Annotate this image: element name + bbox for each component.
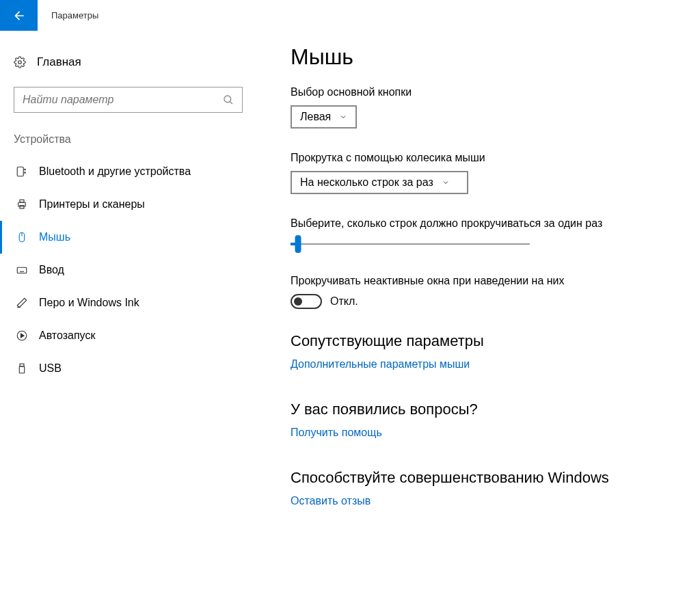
sidebar-item-pen[interactable]: Перо и Windows Ink	[0, 286, 256, 319]
sidebar-category: Устройства	[14, 133, 243, 146]
usb-icon	[16, 362, 39, 375]
toggle-state-label: Откл.	[330, 295, 358, 308]
back-arrow-icon	[12, 9, 26, 23]
slider-thumb[interactable]	[295, 235, 301, 253]
sidebar-item-usb[interactable]: USB	[0, 352, 256, 385]
feedback-link[interactable]: Оставить отзыв	[291, 495, 371, 507]
sidebar-item-label: Мышь	[39, 231, 70, 243]
chevron-down-icon	[442, 178, 450, 187]
sidebar: Главная Устройства Bluetooth и другие ус…	[0, 31, 256, 592]
svg-rect-8	[20, 206, 24, 209]
chevron-down-icon	[339, 113, 347, 121]
svg-marker-17	[21, 334, 25, 338]
sidebar-item-bluetooth[interactable]: Bluetooth и другие устройства	[0, 155, 256, 188]
window-title: Параметры	[51, 10, 98, 21]
gear-icon	[14, 56, 37, 68]
svg-rect-3	[17, 167, 23, 176]
sidebar-item-printers[interactable]: Принтеры и сканеры	[0, 188, 256, 221]
scroll-mode-label: Прокрутка с помощью колесика мыши	[291, 152, 673, 164]
sidebar-item-typing[interactable]: Ввод	[0, 254, 256, 286]
additional-mouse-options-link[interactable]: Дополнительные параметры мыши	[291, 358, 470, 371]
page-title: Мышь	[291, 44, 673, 70]
primary-button-value: Левая	[300, 111, 331, 123]
printer-icon	[16, 198, 39, 211]
autoplay-icon	[16, 329, 39, 342]
sidebar-home-label: Главная	[37, 55, 81, 69]
pen-icon	[16, 297, 39, 309]
svg-point-0	[18, 61, 22, 64]
search-icon	[222, 94, 234, 106]
svg-rect-11	[17, 267, 27, 273]
sidebar-item-label: Bluetooth и другие устройства	[39, 165, 191, 178]
bluetooth-icon	[16, 165, 39, 178]
get-help-link[interactable]: Получить помощь	[291, 427, 382, 439]
sidebar-item-label: Автозапуск	[39, 329, 95, 342]
sidebar-home[interactable]: Главная	[0, 51, 256, 73]
related-section-title: Сопутствующие параметры	[291, 332, 673, 350]
toggle-knob	[294, 297, 302, 306]
scroll-mode-value: На несколько строк за раз	[300, 176, 433, 189]
svg-rect-19	[19, 366, 25, 373]
lines-per-scroll-slider[interactable]	[291, 237, 530, 252]
svg-line-2	[230, 101, 232, 104]
feedback-section-title: Способствуйте совершенствованию Windows	[291, 469, 673, 487]
sidebar-item-label: Перо и Windows Ink	[39, 297, 139, 309]
sidebar-item-label: USB	[39, 362, 62, 375]
scroll-mode-dropdown[interactable]: На несколько строк за раз	[291, 171, 468, 194]
inactive-scroll-toggle[interactable]	[291, 294, 322, 309]
slider-track	[291, 243, 530, 245]
sidebar-item-label: Ввод	[39, 264, 64, 276]
sidebar-item-label: Принтеры и сканеры	[39, 198, 145, 211]
search-input[interactable]	[14, 87, 243, 113]
keyboard-icon	[16, 264, 39, 276]
inactive-scroll-label: Прокручивать неактивные окна при наведен…	[291, 275, 673, 287]
main-content: Мышь Выбор основной кнопки Левая Прокрут…	[256, 31, 700, 592]
sidebar-item-autoplay[interactable]: Автозапуск	[0, 319, 256, 352]
svg-point-1	[224, 96, 231, 103]
svg-rect-7	[20, 200, 24, 202]
svg-point-5	[25, 172, 26, 174]
primary-button-label: Выбор основной кнопки	[291, 86, 673, 98]
svg-point-4	[25, 169, 26, 170]
mouse-icon	[16, 231, 39, 243]
back-button[interactable]	[0, 0, 38, 31]
lines-per-scroll-label: Выберите, сколько строк должно прокручив…	[291, 217, 673, 230]
svg-rect-6	[18, 202, 26, 206]
sidebar-item-mouse[interactable]: Мышь	[0, 221, 256, 254]
primary-button-dropdown[interactable]: Левая	[291, 105, 357, 129]
questions-section-title: У вас появились вопросы?	[291, 401, 673, 418]
